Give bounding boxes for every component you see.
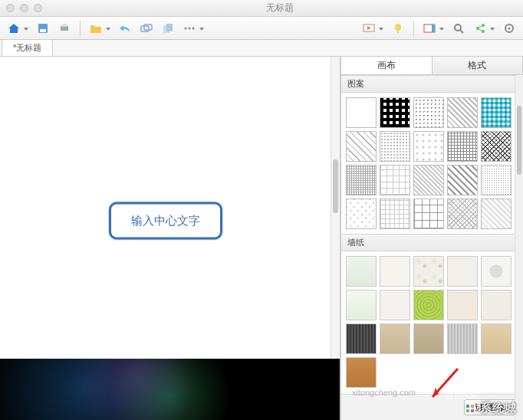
inspector-tab-format[interactable]: 格式 <box>433 57 524 74</box>
pattern-swatch[interactable] <box>413 199 444 229</box>
wallpaper-swatch[interactable] <box>380 256 410 287</box>
watermark-url: xitongcheng.com <box>352 388 416 397</box>
svg-point-17 <box>482 24 485 27</box>
pattern-swatch[interactable] <box>346 199 377 229</box>
svg-point-14 <box>455 25 461 31</box>
wallpaper-swatch[interactable] <box>413 323 444 354</box>
format-inspector: 画布 格式 图案 墙纸 <box>340 57 523 420</box>
search-button[interactable] <box>449 20 468 37</box>
pattern-swatch[interactable] <box>447 131 478 162</box>
open-button[interactable] <box>87 20 105 37</box>
idea-button[interactable] <box>389 20 407 37</box>
svg-line-20 <box>479 29 482 31</box>
pattern-swatch[interactable] <box>380 165 410 195</box>
document-tab-row: *无标题 <box>0 40 523 57</box>
toolbar-separator <box>413 21 414 36</box>
inspector-tabs: 画布 格式 <box>341 57 523 75</box>
svg-rect-3 <box>62 24 67 27</box>
wallpaper-swatch[interactable] <box>447 256 478 287</box>
pattern-swatch[interactable] <box>447 97 478 128</box>
wallpaper-swatch[interactable] <box>481 256 511 287</box>
pattern-swatch-grid <box>341 93 523 234</box>
wallpaper-swatch[interactable] <box>346 323 377 354</box>
svg-point-9 <box>189 27 191 29</box>
pattern-swatch[interactable] <box>346 131 377 162</box>
settings-button[interactable] <box>500 20 518 37</box>
inspector-vertical-scrollbar[interactable] <box>515 75 523 420</box>
share-button[interactable] <box>471 20 489 37</box>
present-button[interactable] <box>360 20 378 37</box>
window-title: 无标题 <box>42 2 517 15</box>
wallpaper-swatch[interactable] <box>447 290 478 320</box>
svg-rect-7 <box>166 24 173 31</box>
wallpaper-swatch-grid <box>341 251 523 392</box>
pattern-swatch[interactable] <box>413 97 444 128</box>
pattern-swatch[interactable] <box>380 97 410 128</box>
wallpaper-swatch[interactable] <box>380 290 410 320</box>
wallpaper-swatch[interactable] <box>346 290 377 320</box>
wallpaper-swatch[interactable] <box>346 357 377 388</box>
pattern-swatch[interactable] <box>481 165 511 195</box>
pattern-swatch[interactable] <box>380 131 410 162</box>
pattern-swatch[interactable] <box>447 199 478 229</box>
pattern-swatch[interactable] <box>481 131 511 162</box>
pattern-swatch[interactable] <box>346 165 377 195</box>
wallpaper-swatch[interactable] <box>346 256 377 287</box>
inspector-tab-canvas[interactable]: 画布 <box>341 57 433 74</box>
svg-rect-4 <box>141 26 149 31</box>
minimize-window-icon[interactable] <box>20 4 28 12</box>
svg-line-15 <box>460 30 463 33</box>
desktop-background <box>0 359 340 420</box>
copy-button[interactable] <box>159 20 177 37</box>
window-controls[interactable] <box>6 4 42 12</box>
wallpaper-swatch[interactable] <box>413 256 444 287</box>
pattern-swatch[interactable] <box>380 199 410 229</box>
svg-point-18 <box>482 30 485 33</box>
window-titlebar: 无标题 <box>0 0 523 17</box>
svg-line-19 <box>479 25 482 28</box>
pattern-swatch[interactable] <box>447 165 478 195</box>
section-header-pattern: 图案 <box>341 75 523 93</box>
wallpaper-swatch[interactable] <box>447 323 478 354</box>
pattern-swatch[interactable] <box>413 131 444 162</box>
select-image-button[interactable]: 选择图像... <box>464 399 518 415</box>
svg-rect-13 <box>432 25 435 32</box>
svg-rect-5 <box>144 25 152 30</box>
pattern-swatch[interactable] <box>481 97 511 128</box>
undo-button[interactable] <box>116 20 134 37</box>
redo-button[interactable] <box>137 20 156 37</box>
home-button[interactable] <box>5 20 23 37</box>
wallpaper-swatch[interactable] <box>481 323 511 354</box>
print-button[interactable] <box>55 20 74 37</box>
center-topic-node[interactable]: 输入中心文字 <box>109 202 222 240</box>
save-button[interactable] <box>34 20 52 37</box>
wallpaper-swatch[interactable] <box>481 290 511 320</box>
zoom-window-icon[interactable] <box>34 4 42 12</box>
pattern-swatch[interactable] <box>346 97 377 128</box>
wallpaper-swatch[interactable] <box>380 323 410 354</box>
document-tab[interactable]: *无标题 <box>2 39 53 56</box>
svg-point-8 <box>185 27 187 29</box>
section-header-wallpaper: 墙纸 <box>341 234 523 251</box>
canvas-area[interactable]: 输入中心文字 画布 1 − 100% + ▾ <box>0 57 340 420</box>
svg-point-10 <box>192 27 195 29</box>
main-toolbar <box>0 17 523 40</box>
svg-point-22 <box>508 27 511 29</box>
pattern-swatch[interactable] <box>413 165 444 195</box>
more-button[interactable] <box>180 20 199 37</box>
toolbar-separator <box>80 21 81 36</box>
watermark-guide: 搜狗指南 <box>446 391 477 402</box>
format-panel-button[interactable] <box>420 20 439 37</box>
pattern-swatch[interactable] <box>481 199 511 229</box>
wallpaper-swatch[interactable] <box>413 290 444 320</box>
svg-rect-1 <box>40 29 46 32</box>
close-window-icon[interactable] <box>6 4 15 12</box>
canvas-vertical-scrollbar[interactable] <box>331 57 340 399</box>
